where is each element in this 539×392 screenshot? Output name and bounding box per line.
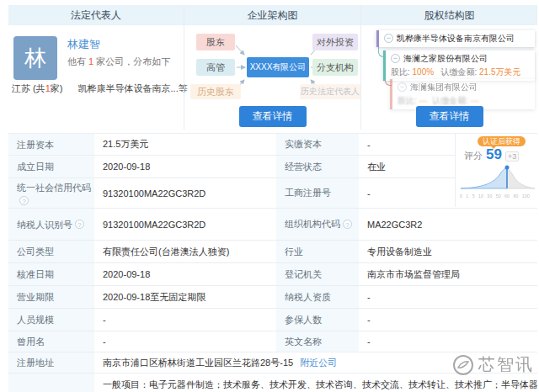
row-label: 注册地址 [8,352,94,373]
panel-title-org-chart: 企业架构图 [184,5,360,25]
equity-node-name: 凯桦康半导体设备南京有限公司 [397,33,515,45]
row-label: 登记机关 [276,263,359,285]
row-label: 行业 [276,241,359,262]
row-value: 南京市市场监督管理局 [359,267,537,283]
row-label: 实缴资本 [276,134,359,155]
node-shareholders[interactable]: 股东 [196,34,235,50]
avatar[interactable]: 林 [13,36,57,80]
row-value: 2020-09-18 [94,160,276,173]
row-label: 纳税人识别号? [8,209,94,240]
equity-view-details-button[interactable]: 查看详情 [416,106,483,127]
collapse-icon[interactable]: − [398,82,407,92]
node-history-shareholders[interactable]: 历史股东 [190,84,241,99]
table-row: 公司类型 有限责任公司(台港澳法人独资) 行业 专用设备制造业 [8,241,537,263]
row-value: 有限责任公司(台港澳法人独资) [94,244,276,260]
row-value: - [94,313,276,326]
row-value: 2020-09-18至无固定期限 [94,289,276,305]
legal-rep-summary: 他有 1 家公司，分布如下 [67,56,170,68]
related-company-name[interactable]: 凯桦康半导体设备南京...等 [78,83,188,93]
company-info-page: 法定代表人 林 林建智 他有 1 家公司，分布如下 江苏 (共1家)凯桦康半导体… [0,0,539,392]
table-row: 人员规模 - 参保人数 - [8,309,537,331]
row-label: 核准日期 [8,263,94,285]
row-value: 2020-09-18 [94,268,276,281]
row-value: 91320100MA22GC3R2D [94,218,276,231]
node-executives[interactable]: 高管 [196,59,235,76]
row-value: 21.5万美元 [94,136,276,152]
node-center-company[interactable]: XXXX有限公司 [247,57,309,77]
equity-node-grandparent[interactable]: −海澜集团有限公司 股比: — 认缴金额: — [390,79,535,109]
row-value: - [359,290,537,304]
row-value: - [359,335,537,348]
score-label: 评分 [464,150,483,162]
watermark-text: 芯智讯 [478,353,534,376]
score-bonus: +3 [505,151,519,162]
help-icon[interactable]: ? [19,196,29,205]
business-scope-text: 一般项目：电子元器件制造；技术服务、技术开发、技术咨询、技术交流、技术转让、技术… [94,373,537,392]
nearby-companies-link[interactable]: 附近公司 [300,358,337,368]
help-icon[interactable]: ? [75,220,84,229]
table-row-business-scope: 一般项目：电子元器件制造；技术服务、技术开发、技术咨询、技术交流、技术转让、技术… [8,373,537,392]
row-value: - [359,313,537,326]
row-label: 经营状态 [276,156,359,177]
panel-title-legal-rep: 法定代表人 [8,5,184,25]
collapse-icon[interactable]: − [384,34,393,43]
node-branches[interactable]: 分支机构 [312,59,358,76]
score-value: 59 [486,146,502,163]
watermark: 芯智讯 [452,353,534,376]
xinzhixun-logo-icon [452,354,474,376]
table-row: 曾用名 - 英文名称 - [8,331,537,352]
node-outbound-investments[interactable]: 对外投资 [312,34,358,50]
org-chart-view-details-button[interactable]: 查看详情 [239,106,307,127]
certification-badge: 认证后获得 [478,136,526,146]
row-label: 营业期限 [8,286,94,308]
panel-title-equity: 股权结构图 [361,5,537,25]
equity-node-detail: 股比: — 认缴金额: — [398,95,530,107]
table-row: 核准日期 2020-09-18 登记机关 南京市市场监督管理局 [8,263,537,286]
score-chart-axis: 0151030506080100 [460,193,530,198]
row-label: 公司类型 [8,241,94,262]
table-row: 营业期限 2020-09-18至无固定期限 纳税人资质 - [8,286,537,309]
row-label [8,373,94,392]
row-value: - [94,335,276,348]
row-value: 专用设备制造业 [359,244,537,260]
row-value: MA22GC3R2 [359,218,537,231]
row-label: 人员规模 [8,309,94,331]
collapse-icon[interactable]: − [391,54,400,63]
equity-node-detail: 股比: 100% 认缴金额: 21.5万美元 [391,66,530,78]
panel-org-chart: 企业架构图 股东 高管 历史股东 XXXX有限公司 对外投资 [184,5,360,130]
table-row: 纳税人识别号? 91320100MA22GC3R2D 组织机构代码? MA22G… [8,209,537,241]
legal-rep-region-line: 江苏 (共1家)凯桦康半导体设备南京...等 [12,82,180,95]
score-widget[interactable]: 认证后获得 评分 59 +3 0151030506080100 [455,134,537,207]
panel-legal-representative: 法定代表人 林 林建智 他有 1 家公司，分布如下 江苏 (共1家)凯桦康半导体… [8,5,184,130]
row-label: 参保人数 [276,309,359,331]
equity-node-parent[interactable]: −海澜之家股份有限公司 股比: 100% 认缴金额: 21.5万美元 [383,50,535,81]
help-icon[interactable]: ? [343,220,352,229]
row-label: 成立日期 [8,156,94,177]
equity-node-root[interactable]: − 凯桦康半导体设备南京有限公司 [376,30,535,47]
score-distribution-chart [459,163,536,192]
row-label: 统一社会信用代码? [8,178,94,208]
row-value: 91320100MA22GC3R2D [94,187,276,200]
equity-node-name: 海澜之家股份有限公司 [403,53,488,65]
top-panels: 法定代表人 林 林建智 他有 1 家公司，分布如下 江苏 (共1家)凯桦康半导体… [8,5,537,130]
row-label: 英文名称 [276,331,359,352]
node-history-legal-reps[interactable]: 历史法定代表人 [300,84,360,99]
row-label: 组织机构代码? [276,209,359,240]
panel-equity-structure: 股权结构图 − 凯桦康半导体设备南京有限公司 −海澜之家股份有限公司 股比: 1… [360,5,537,130]
row-label: 纳税人资质 [276,286,359,308]
row-label: 工商注册号 [276,178,359,208]
row-label: 曾用名 [8,331,94,352]
legal-rep-name-link[interactable]: 林建智 [67,37,100,52]
equity-node-name: 海澜集团有限公司 [410,82,478,93]
row-label: 注册资本 [8,134,94,155]
